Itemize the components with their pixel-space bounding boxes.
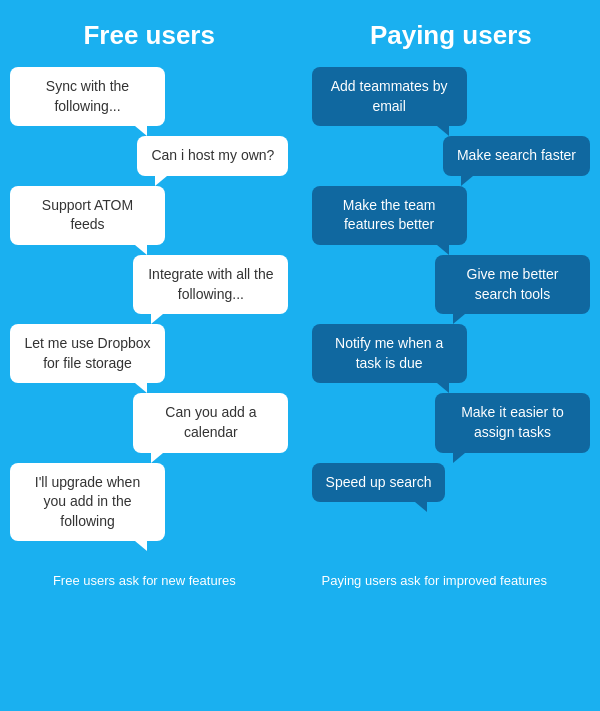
free-users-column: Free users Sync with the following... Ca… — [10, 20, 288, 551]
bubble-search-tools: Give me better search tools — [435, 255, 590, 314]
free-users-title: Free users — [10, 20, 288, 51]
bubble-notify: Notify me when a task is due — [312, 324, 467, 383]
bubble-atom: Support ATOM feeds — [10, 186, 165, 245]
bubble-teammates: Add teammates by email — [312, 67, 467, 126]
bubble-sync: Sync with the following... — [10, 67, 165, 126]
footer-paying-text: ask for improved features — [397, 573, 547, 588]
bubble-upgrade: I'll upgrade when you add in the followi… — [10, 463, 165, 542]
bubble-assign: Make it easier to assign tasks — [435, 393, 590, 452]
paying-users-column: Paying users Add teammates by email Make… — [312, 20, 590, 512]
footer-free-text: ask for new features — [115, 573, 236, 588]
bubble-speed-up: Speed up search — [312, 463, 446, 503]
footer-paying-label: Paying users — [322, 573, 397, 588]
footer-left: Free users ask for new features — [53, 573, 236, 588]
bubble-team-features: Make the team features better — [312, 186, 467, 245]
bubble-calendar: Can you add a calendar — [133, 393, 288, 452]
paying-users-title: Paying users — [312, 20, 590, 51]
footer: Free users ask for new features Paying u… — [10, 573, 590, 588]
page-wrapper: Free users Sync with the following... Ca… — [0, 0, 600, 711]
bubble-host: Can i host my own? — [137, 136, 288, 176]
bubble-search-faster: Make search faster — [443, 136, 590, 176]
footer-right: Paying users ask for improved features — [322, 573, 547, 588]
columns: Free users Sync with the following... Ca… — [10, 20, 590, 551]
bubble-dropbox: Let me use Dropbox for file storage — [10, 324, 165, 383]
footer-free-label: Free users — [53, 573, 115, 588]
bubble-integrate: Integrate with all the following... — [133, 255, 288, 314]
